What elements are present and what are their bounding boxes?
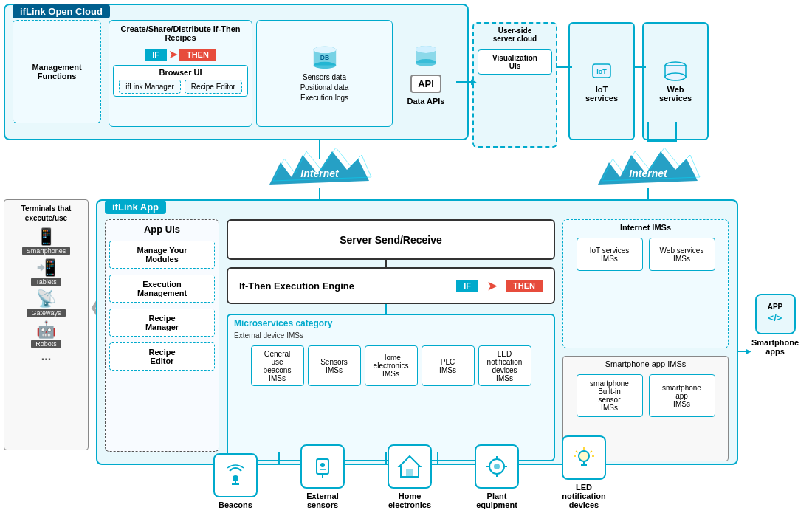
terminals-title: Terminals that execute/use bbox=[8, 204, 84, 223]
ims-home-elec: HomeelectronicsIMSs bbox=[365, 345, 418, 386]
smartphone-apps-label: Smartphone apps bbox=[746, 338, 805, 356]
terminal-tablets: 📲 Tablets bbox=[8, 260, 84, 286]
code-icon: </> bbox=[766, 311, 784, 323]
home-elec-icon bbox=[396, 453, 423, 480]
app-uis-section: App UIs Manage YourModules ExecutionMana… bbox=[105, 219, 219, 452]
h-line-top bbox=[647, 140, 677, 142]
browser-ui-box: Browser UI ifLink Manager Recipe Editor bbox=[113, 65, 248, 97]
internet-cloud-right-svg: Internet bbox=[591, 140, 705, 188]
svg-line-41 bbox=[590, 451, 592, 452]
svg-text:Internet: Internet bbox=[300, 168, 340, 179]
line-server-to-iot bbox=[557, 66, 572, 68]
terminal-ellipsis: ··· bbox=[8, 353, 84, 366]
arrow-engine-to-ms bbox=[385, 304, 387, 315]
user-server-box: User-side server cloud Visualization UIs bbox=[472, 22, 557, 148]
plant-label: Plantequipment bbox=[476, 492, 517, 509]
api-box: API Data APIs bbox=[396, 20, 455, 127]
arrow-icon: ➤ bbox=[168, 47, 178, 61]
sensor-data-text: Sensors dataPositional dataExecution log… bbox=[300, 72, 349, 103]
ext-sensors-label: Externalsensors bbox=[306, 492, 338, 509]
server-send-box: Server Send/Receive bbox=[227, 219, 555, 260]
engine-if-badge: IF bbox=[456, 280, 478, 292]
ims-items-row: GeneralusebeaconsIMSs SensorsIMSs Homeel… bbox=[228, 342, 554, 389]
recipe-title: Create/Share/Distribute If-Then Recipes bbox=[109, 21, 252, 44]
line-server-to-web bbox=[635, 66, 646, 68]
terminals-section: Terminals that execute/use 📱 Smartphones… bbox=[4, 199, 89, 450]
open-cloud-section: ifLink Open Cloud Management Functions C… bbox=[4, 4, 469, 140]
management-functions-label: Management Functions bbox=[32, 63, 81, 80]
engine-arrow-icon: ➤ bbox=[487, 279, 497, 293]
gateway-label: Gateways bbox=[27, 309, 65, 317]
if-badge: IF bbox=[145, 49, 167, 61]
api-label: Data APIs bbox=[407, 97, 445, 106]
web-services-label: Web services bbox=[659, 85, 692, 103]
led-icon bbox=[571, 444, 597, 471]
ext-sensors-icon-box bbox=[300, 444, 345, 489]
app-uis-title: App UIs bbox=[109, 224, 215, 235]
api-badge: API bbox=[410, 75, 441, 93]
tablet-icon: 📲 bbox=[36, 260, 56, 276]
ifthen-engine-label: If-Then Execution Engine bbox=[239, 280, 449, 292]
ext-sensors-icon bbox=[309, 453, 336, 480]
recipe-editor-box: Recipe Editor bbox=[185, 80, 242, 94]
server-send-label: Server Send/Receive bbox=[340, 234, 442, 246]
svg-text:Internet: Internet bbox=[629, 168, 668, 179]
svg-text:</>: </> bbox=[768, 312, 782, 323]
microservices-title: Microservices category bbox=[228, 315, 554, 331]
iot-services-box: IoT IoT services bbox=[568, 22, 635, 140]
web-db-icon bbox=[661, 61, 690, 83]
management-functions-box: Management Functions bbox=[13, 20, 101, 123]
line-to-internet-right-1 bbox=[647, 122, 649, 140]
user-server-title: User-side server cloud bbox=[474, 24, 556, 46]
recipe-box: Create/Share/Distribute If-Then Recipes … bbox=[109, 20, 252, 127]
api-icon-wrapper bbox=[412, 42, 440, 72]
iflink-app-title: ifLink App bbox=[105, 200, 166, 214]
internet-imss-section: Internet IMSs IoT servicesIMSs Web servi… bbox=[562, 219, 729, 348]
app-icon-text: APP </> bbox=[766, 303, 784, 326]
device-beacons: Beacons bbox=[202, 453, 269, 509]
ifthen-engine-box: If-Then Execution Engine IF ➤ THEN bbox=[227, 267, 555, 304]
svg-point-3 bbox=[313, 46, 335, 53]
led-label: LEDnotificationdevices bbox=[562, 483, 605, 509]
iot-services-label: IoT services bbox=[585, 85, 618, 103]
built-in-sensor-imss: smartphoneBuilt-insensorIMSs bbox=[577, 374, 643, 417]
ext-device-label: External device IMSs bbox=[228, 331, 554, 342]
home-elec-label: Homeelectronics bbox=[388, 492, 431, 509]
bottom-devices-row: Beacons Externalsensors Homeelectronic bbox=[192, 435, 627, 509]
ims-plc: PLCIMSs bbox=[422, 345, 475, 386]
api-icon bbox=[412, 42, 440, 70]
recipe-manager-item: RecipeManager bbox=[109, 309, 215, 337]
svg-point-7 bbox=[416, 59, 436, 66]
iflink-app-section: ifLink App App UIs Manage YourModules Ex… bbox=[96, 199, 738, 465]
svg-point-31 bbox=[494, 464, 500, 469]
svg-line-40 bbox=[576, 451, 578, 452]
then-badge: THEN bbox=[179, 49, 216, 61]
svg-rect-29 bbox=[406, 469, 413, 477]
plant-icon-box bbox=[475, 444, 519, 489]
svg-point-8 bbox=[416, 46, 436, 53]
sensor-data-box: DB Sensors dataPositional dataExecution … bbox=[256, 20, 393, 127]
iot-icon: IoT bbox=[587, 61, 616, 83]
browser-ui-items: ifLink Manager Recipe Editor bbox=[116, 80, 245, 94]
ims-beacons: GeneralusebeaconsIMSs bbox=[251, 345, 304, 386]
device-home-elec: Homeelectronics bbox=[376, 444, 443, 509]
smartphone-app-icon-box: APP </> bbox=[755, 294, 796, 334]
svg-point-26 bbox=[320, 463, 325, 467]
diagram-container: ifLink Open Cloud Management Functions C… bbox=[0, 0, 812, 513]
svg-point-13 bbox=[665, 73, 686, 80]
ims-sensors: SensorsIMSs bbox=[308, 345, 361, 386]
smartphone-label: Smartphones bbox=[22, 247, 71, 255]
iflink-manager-box: ifLink Manager bbox=[119, 80, 181, 94]
viz-box: Visualization UIs bbox=[478, 49, 552, 75]
device-led: LEDnotificationdevices bbox=[551, 435, 617, 509]
plant-icon bbox=[484, 453, 510, 480]
arrow-ss-to-engine bbox=[385, 260, 387, 269]
if-then-bar: IF ➤ THEN bbox=[137, 47, 225, 61]
terminal-smartphones: 📱 Smartphones bbox=[8, 229, 84, 255]
smartphone-imss-title: Smartphone app IMSs bbox=[563, 357, 728, 371]
smartphone-apps-box: APP </> Smartphone apps bbox=[746, 288, 805, 362]
device-plant: Plantequipment bbox=[464, 444, 530, 509]
device-ext-sensors: Externalsensors bbox=[289, 444, 356, 509]
arrow-right-apps: ▶ bbox=[746, 347, 751, 355]
robot-label: Robots bbox=[31, 340, 61, 348]
